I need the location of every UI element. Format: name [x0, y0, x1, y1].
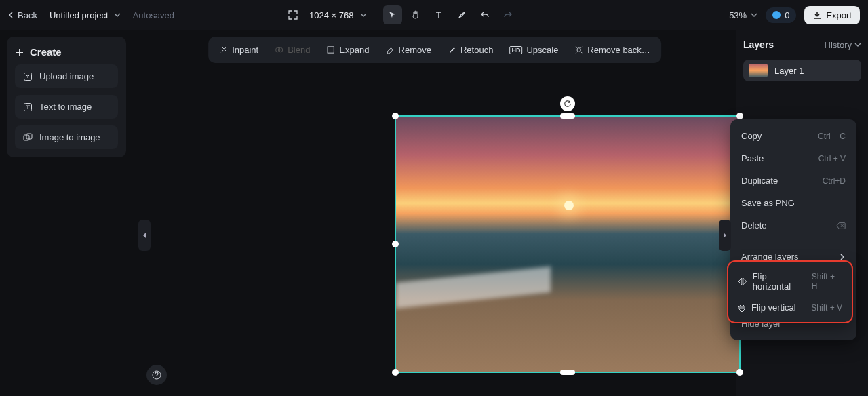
menu-delete[interactable]: Delete — [730, 214, 856, 237]
resize-handle-ml[interactable] — [392, 241, 399, 248]
chevron-right-icon — [839, 254, 846, 260]
canvas-image[interactable] — [396, 117, 739, 372]
resize-handle-tl[interactable] — [392, 113, 399, 119]
t2i-label: Text to image — [39, 102, 92, 112]
triangle-right-icon — [722, 232, 728, 239]
credits-value: 0 — [785, 10, 789, 20]
layer-thumbnail — [749, 64, 768, 77]
layer-item[interactable]: Layer 1 — [743, 60, 861, 81]
resize-handle-mt[interactable] — [560, 113, 575, 119]
flip-horizontal-icon — [738, 277, 747, 285]
remove-background-button[interactable]: Remove back… — [568, 41, 656, 59]
svg-point-4 — [276, 47, 281, 52]
help-icon — [152, 370, 161, 380]
resize-handle-br[interactable] — [736, 369, 743, 376]
menu-delete-label: Delete — [741, 220, 767, 231]
chevron-down-icon — [854, 41, 861, 48]
create-title: Create — [30, 46, 62, 58]
menu-paste-label: Paste — [741, 153, 764, 163]
svg-point-5 — [278, 47, 283, 52]
menu-paste-shortcut: Ctrl + V — [818, 154, 846, 163]
rotate-handle[interactable] — [560, 96, 575, 111]
hand-tool[interactable] — [406, 5, 425, 24]
expand-label: Expand — [339, 45, 369, 55]
menu-dup-label: Duplicate — [741, 176, 778, 186]
flip-h-shortcut: Shift + H — [812, 272, 842, 291]
rotate-icon — [564, 100, 572, 108]
text-image-icon — [23, 102, 33, 112]
remove-button[interactable]: Remove — [379, 41, 438, 59]
flip-submenu: Flip horizontal Shift + H Flip vertical … — [728, 262, 852, 322]
upscale-button[interactable]: HDUpscale — [502, 41, 565, 59]
zoom-control[interactable]: 53% — [729, 10, 757, 20]
upscale-label: Upscale — [526, 45, 558, 55]
chevron-down-icon[interactable] — [360, 12, 367, 18]
back-button[interactable]: Back — [8, 10, 37, 20]
flip-vertical[interactable]: Flip vertical Shift + V — [732, 297, 848, 318]
export-button[interactable]: Export — [804, 6, 860, 24]
collapse-right-panel[interactable] — [719, 220, 731, 251]
canvas-dimensions[interactable]: 1024 × 768 — [309, 10, 353, 20]
pointer-tool[interactable] — [383, 5, 402, 24]
collapse-left-panel[interactable] — [138, 220, 151, 251]
i2i-label: Image to image — [39, 132, 100, 142]
blend-icon — [275, 45, 283, 54]
resize-handle-mb[interactable] — [560, 370, 575, 375]
redo-icon — [503, 10, 513, 20]
history-button[interactable]: History — [825, 40, 861, 50]
retouch-button[interactable]: Retouch — [441, 41, 500, 59]
svg-point-7 — [577, 48, 581, 52]
expand-button[interactable]: Expand — [319, 41, 376, 59]
chevron-down-icon[interactable] — [114, 12, 121, 18]
undo-icon — [480, 10, 490, 20]
resize-handle-bl[interactable] — [392, 369, 399, 376]
menu-arrange-label: Arrange layers — [741, 252, 799, 262]
fit-screen-button[interactable] — [283, 5, 302, 24]
autosaved-label: Autosaved — [133, 10, 174, 20]
text-to-image-button[interactable]: Text to image — [15, 95, 118, 119]
menu-duplicate[interactable]: DuplicateCtrl+D — [730, 170, 856, 192]
triangle-left-icon — [142, 232, 147, 239]
menu-copy-label: Copy — [741, 131, 762, 141]
redo-button[interactable] — [498, 5, 517, 24]
remove-label: Remove — [399, 45, 431, 55]
chevron-left-icon — [8, 12, 15, 18]
action-toolbar: Inpaint Blend Expand Remove Retouch HDUp… — [208, 37, 661, 63]
cursor-icon — [388, 10, 397, 20]
export-label: Export — [826, 10, 852, 20]
resize-handle-tr[interactable] — [736, 113, 743, 119]
brush-tool[interactable] — [452, 5, 471, 24]
history-label: History — [825, 40, 852, 50]
undo-button[interactable] — [475, 5, 494, 24]
expand-icon — [326, 45, 335, 54]
flip-horizontal[interactable]: Flip horizontal Shift + H — [732, 266, 848, 297]
menu-copy[interactable]: CopyCtrl + C — [730, 125, 856, 147]
layers-title: Layers — [743, 39, 774, 50]
text-tool[interactable] — [429, 5, 448, 24]
image-content — [564, 201, 574, 210]
inpaint-button[interactable]: Inpaint — [212, 41, 265, 59]
upload-label: Upload image — [39, 71, 94, 81]
menu-divider — [737, 241, 850, 241]
blend-label: Blend — [288, 45, 310, 55]
blend-button: Blend — [268, 41, 317, 59]
flip-h-label: Flip horizontal — [753, 271, 806, 292]
project-name[interactable]: Untitled project — [50, 10, 108, 20]
upload-image-button[interactable]: Upload image — [15, 64, 118, 88]
chevron-down-icon — [751, 12, 757, 18]
menu-savepng-label: Save as PNG — [741, 198, 795, 208]
create-panel: Create Upload image Text to image Image … — [7, 37, 126, 157]
credits-badge[interactable]: 0 — [766, 7, 796, 23]
hand-icon — [411, 10, 420, 20]
retouch-label: Retouch — [460, 45, 493, 55]
image-to-image-button[interactable]: Image to image — [15, 125, 118, 149]
menu-save-png[interactable]: Save as PNG — [730, 192, 856, 214]
image-content — [396, 266, 551, 309]
zoom-value: 53% — [729, 10, 747, 20]
canvas-selection[interactable] — [395, 115, 741, 373]
help-button[interactable] — [146, 365, 167, 385]
remove-bg-icon — [574, 45, 583, 54]
inpaint-icon — [219, 45, 228, 54]
menu-paste[interactable]: PasteCtrl + V — [730, 147, 856, 170]
download-icon — [812, 10, 822, 20]
